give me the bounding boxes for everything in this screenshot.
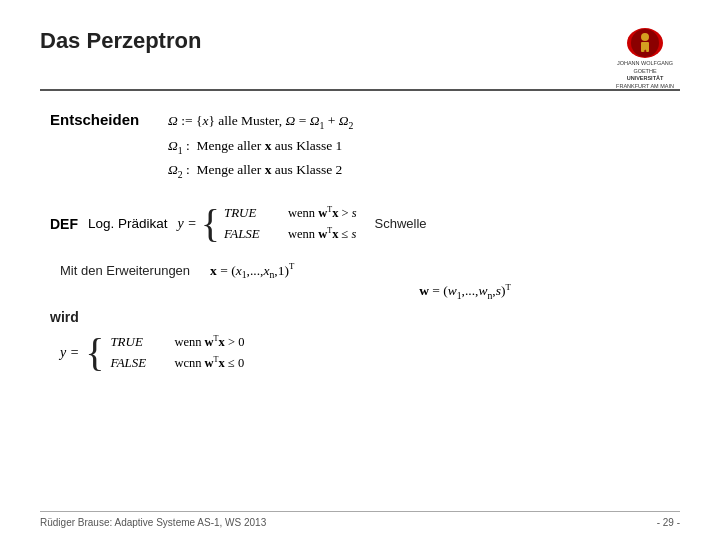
footer: Rüdiger Brause: Adaptive Systeme AS-1, W… xyxy=(40,511,680,528)
true-value: TRUE xyxy=(224,203,276,224)
slide: Das Perzeptron ✦ JOHANN WOLFGANG GOETHE … xyxy=(0,0,720,540)
false-condition: wenn wTx ≤ s xyxy=(288,224,356,244)
wird-true-cond: wenn wTx > 0 xyxy=(174,332,244,352)
wird-formula: y = { TRUE wenn wTx > 0 FALSE wcnn wTx ≤… xyxy=(60,329,670,376)
wird-true-row: TRUE wenn wTx > 0 xyxy=(110,332,244,353)
y-equals: y = xyxy=(178,216,197,232)
formula-line3: Ω2 : Menge aller x aus Klasse 2 xyxy=(168,158,670,183)
section-def: DEF Log. Prädikat y = { TRUE wenn wTx > … xyxy=(50,203,670,245)
logo-text: JOHANN WOLFGANG GOETHE UNIVERSITÄT FRANK… xyxy=(616,60,674,91)
schwelle-label: Schwelle xyxy=(375,216,427,231)
logo-image: ✦ JOHANN WOLFGANG GOETHE UNIVERSITÄT FRA… xyxy=(610,28,680,83)
wird-false-value: FALSE xyxy=(110,353,162,374)
erweiterungen-label: Mit den Erweiterungen xyxy=(60,263,190,278)
true-condition: wenn wTx > s xyxy=(288,203,357,223)
content-area: Entscheiden Ω := {x} alle Muster, Ω = Ω1… xyxy=(40,109,680,376)
entscheiden-formula: Ω := {x} alle Muster, Ω = Ω1 + Ω2 Ω1 : M… xyxy=(168,109,670,183)
false-value: FALSE xyxy=(224,224,276,245)
wird-y-eq: y = xyxy=(60,345,79,361)
formula-line1: Ω := {x} alle Muster, Ω = Ω1 + Ω2 xyxy=(168,109,670,134)
true-false-conditions: TRUE wenn wTx > s FALSE wenn wTx ≤ s xyxy=(224,203,357,245)
wird-true-value: TRUE xyxy=(110,332,162,353)
log-praedikat-label: Log. Prädikat xyxy=(88,216,168,231)
wird-false-cond: wcnn wTx ≤ 0 xyxy=(174,353,244,373)
wird-brace: { xyxy=(85,329,104,376)
entscheiden-label: Entscheiden xyxy=(50,109,168,128)
w-formula: w = (w1,...,wn,s)T xyxy=(260,282,670,301)
logo-circle: ✦ xyxy=(627,28,663,58)
svg-point-1 xyxy=(641,33,649,41)
def-label: DEF xyxy=(50,216,78,232)
x-formula: x = (x1,...,xn,1)T xyxy=(210,261,294,280)
section-entscheiden: Entscheiden Ω := {x} alle Muster, Ω = Ω1… xyxy=(50,109,670,183)
footer-page: - 29 - xyxy=(657,517,680,528)
section-erweiterungen: Mit den Erweiterungen x = (x1,...,xn,1)T… xyxy=(60,261,670,301)
false-condition-row: FALSE wenn wTx ≤ s xyxy=(224,224,357,245)
page-title: Das Perzeptron xyxy=(40,28,201,54)
erweiterungen-row: Mit den Erweiterungen x = (x1,...,xn,1)T xyxy=(60,261,670,280)
open-brace: { xyxy=(201,204,220,244)
wird-false-row: FALSE wcnn wTx ≤ 0 xyxy=(110,353,244,374)
true-condition-row: TRUE wenn wTx > s xyxy=(224,203,357,224)
formula-line2: Ω1 : Menge aller x aus Klasse 1 xyxy=(168,134,670,159)
section-wird: wird y = { TRUE wenn wTx > 0 FALSE wcnn … xyxy=(50,309,670,376)
footer-left: Rüdiger Brause: Adaptive Systeme AS-1, W… xyxy=(40,517,266,528)
wird-label: wird xyxy=(50,309,670,325)
wird-conditions: TRUE wenn wTx > 0 FALSE wcnn wTx ≤ 0 xyxy=(110,332,244,374)
university-logo: ✦ JOHANN WOLFGANG GOETHE UNIVERSITÄT FRA… xyxy=(610,28,680,83)
header: Das Perzeptron ✦ JOHANN WOLFGANG GOETHE … xyxy=(40,28,680,91)
